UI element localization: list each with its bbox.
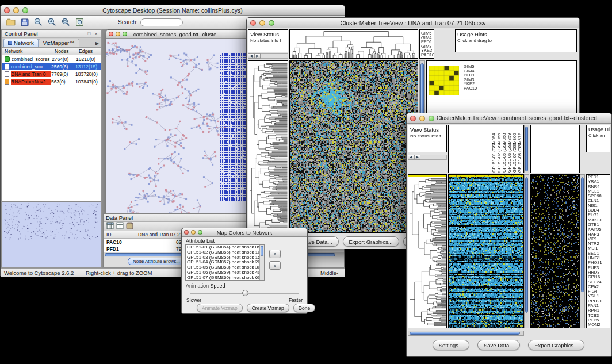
network-overview-canvas[interactable] (2, 202, 101, 267)
tab-vizmapper[interactable]: VizMapper™ (39, 39, 79, 47)
array-label: GPL51-05 (GSM858 (502, 128, 507, 173)
minimize-button[interactable] (259, 20, 265, 26)
view-status-panel: View Status No status info t (408, 125, 447, 152)
correlation-matrix-canvas[interactable] (429, 66, 459, 95)
network-row[interactable]: RNAPuberNov2 563(0) 107847(0) (2, 78, 101, 85)
network-name: combined_sco (11, 64, 51, 70)
done-button[interactable]: Done (293, 304, 315, 312)
hscroll-stub[interactable]: ◀▶ (408, 155, 447, 160)
gene-label[interactable]: MON2 (587, 323, 610, 327)
close-button[interactable] (109, 32, 113, 36)
network-name: combined_scores (12, 56, 52, 62)
minimize-button[interactable] (13, 7, 19, 13)
treeview-button[interactable]: Export Graphics... (528, 340, 584, 350)
window-controls (4, 5, 28, 15)
network-edges-count: 16218(0) (76, 56, 101, 62)
treeview-combined-body: View Status No status info t ◀▶ GPL51-01… (407, 124, 611, 356)
treeview-dna-titlebar[interactable]: ClusterMaker TreeView : DNA and Tran 07-… (247, 18, 579, 28)
attribute-list-scrollbar[interactable] (259, 245, 264, 280)
node-attribute-browser-button[interactable]: Node Attribute Brows... (128, 258, 185, 265)
animate-vizmap-button[interactable]: Animate Vizmap (197, 304, 243, 312)
dialog-titlebar[interactable]: Map Colors to Network (182, 228, 307, 237)
slider-knob[interactable] (242, 290, 248, 296)
animation-speed-slider[interactable] (190, 290, 299, 297)
heatmap-canvas[interactable] (449, 175, 523, 328)
array-label: GPL51-02 (GSM855 (496, 128, 502, 173)
attribute-item[interactable]: GPL51-07 (GSM860) heat shock 60 min (186, 275, 264, 281)
delete-attribute-icon[interactable] (126, 221, 133, 232)
zoom-out-icon[interactable] (33, 17, 44, 28)
scroll-left-icon[interactable]: ◀ (408, 155, 414, 160)
secondary-heatmap-panel (530, 174, 580, 328)
network-row[interactable]: combined_scores 2764(0) 16218(0) (2, 55, 101, 63)
move-up-button[interactable]: ∧ (269, 250, 281, 258)
scroll-right-icon[interactable]: ▶ (414, 155, 420, 160)
close-panel-icon[interactable]: × (93, 31, 99, 36)
row-dendrogram-canvas[interactable] (408, 175, 446, 328)
zoom-in-icon[interactable] (47, 17, 58, 28)
map-colors-dialog: Map Colors to Network Attribute List GPL… (181, 228, 308, 314)
secondary-heatmap-canvas[interactable] (531, 175, 579, 328)
usage-hints-title: Usage Hints (456, 30, 576, 37)
create-attribute-icon[interactable] (116, 221, 124, 232)
close-button[interactable] (4, 7, 10, 13)
treeview-button[interactable]: Save Data... (477, 340, 520, 350)
attribute-list[interactable]: GPL51-01 (GSM854) heat shock 05 minGPL51… (185, 244, 265, 281)
row-dendrogram-canvas[interactable] (248, 61, 288, 232)
scroll-right-icon[interactable]: ▶ (254, 53, 261, 59)
gene-label: PAC10 (462, 86, 477, 91)
zoom-fit-icon[interactable] (74, 17, 85, 28)
node-id: PAC10 (104, 239, 133, 245)
row-dendrogram-panel (408, 174, 447, 328)
treeview-button[interactable]: Settings... (433, 340, 469, 350)
create-vizmap-button[interactable]: Create Vizmap (247, 304, 289, 312)
select-attributes-icon[interactable] (106, 221, 114, 232)
slower-label: Slower (186, 297, 201, 303)
heatmap-hscrollbar[interactable] (408, 331, 524, 336)
hscroll-stub[interactable]: ◀▶ (248, 53, 288, 59)
minimize-button[interactable] (191, 230, 196, 235)
close-button[interactable] (250, 20, 256, 26)
network-row[interactable]: combined_sco 2569(6) 13112(15) (2, 63, 101, 70)
close-button[interactable] (410, 116, 416, 121)
network-view-titlebar[interactable]: combined_scores_good.txt--cluste... (106, 30, 248, 39)
zoom-button[interactable] (198, 230, 202, 235)
network-nodes-count: 2764(0) (52, 56, 76, 62)
save-icon[interactable] (19, 17, 30, 28)
zoom-button[interactable] (269, 20, 274, 26)
network-row[interactable]: DNA and Tran 0 7769(0) 183728(0) (2, 70, 101, 78)
scroll-left-icon[interactable]: ◀ (248, 53, 254, 59)
usage-hints-panel: Usage Hints Click and drag to (455, 29, 577, 52)
treeview-combined-titlebar[interactable]: ClusterMaker TreeView : combined_scores_… (407, 113, 611, 124)
tab-overflow-icon[interactable]: ▶ (95, 41, 101, 47)
attribute-list-label: Attribute List (186, 238, 215, 244)
network-graph-canvas[interactable] (106, 39, 248, 214)
secondary-header-panel (530, 125, 580, 173)
minimize-button[interactable] (419, 116, 425, 121)
secondary-vscrollbar[interactable] (580, 174, 585, 328)
row-dendrogram-panel (248, 60, 288, 233)
minimize-button[interactable] (116, 32, 120, 36)
close-button[interactable] (184, 230, 189, 235)
move-down-button[interactable]: ∨ (269, 261, 281, 270)
float-panel-icon[interactable]: □ (86, 31, 92, 36)
tab-network[interactable]: Network (3, 39, 39, 47)
heatmap-panel (448, 174, 524, 328)
zoom-selected-icon[interactable] (60, 17, 71, 28)
heatmap-vscrollbar[interactable] (524, 174, 529, 328)
open-file-icon[interactable] (5, 17, 16, 28)
heatmap-canvas[interactable] (290, 61, 418, 232)
column-dendrogram-canvas[interactable] (290, 30, 418, 58)
zoom-button[interactable] (22, 7, 28, 13)
treeview-dna-title: ClusterMaker TreeView : DNA and Tran 07-… (310, 20, 515, 26)
network-view-title: combined_scores_good.txt--cluste... (109, 31, 246, 37)
network-edges-count: 183728(0) (75, 71, 101, 77)
zoom-button[interactable] (123, 32, 127, 36)
search-input[interactable] (140, 18, 183, 26)
faster-label: Faster (289, 297, 303, 303)
zoom-button[interactable] (429, 116, 434, 121)
treeview-button[interactable]: Export Graphics... (343, 236, 399, 247)
network-overview[interactable] (2, 201, 101, 267)
labels-vscrollbar[interactable] (524, 125, 529, 173)
main-titlebar[interactable]: Cytoscape Desktop (Session Name: collins… (1, 5, 345, 16)
